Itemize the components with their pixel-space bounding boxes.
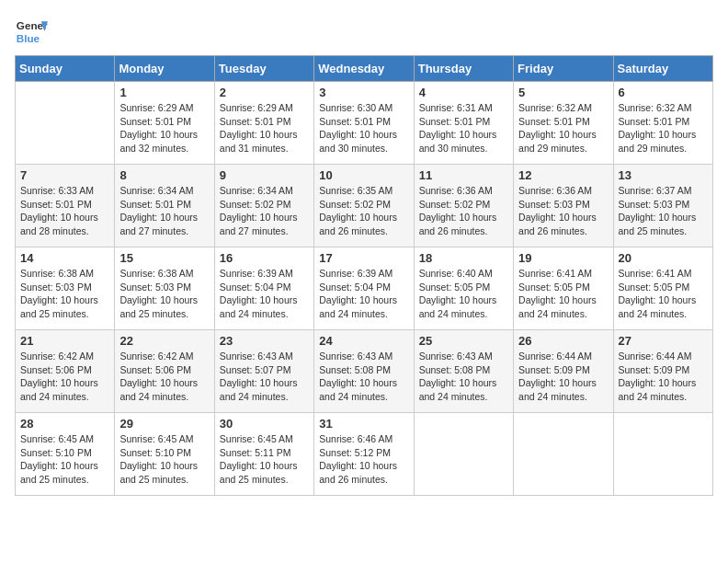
day-number: 22 bbox=[119, 334, 209, 348]
day-info: Sunrise: 6:38 AMSunset: 5:03 PMDaylight:… bbox=[20, 267, 109, 321]
day-number: 1 bbox=[119, 86, 209, 99]
day-cell bbox=[514, 413, 613, 496]
day-number: 7 bbox=[20, 168, 109, 182]
day-info: Sunrise: 6:32 AMSunset: 5:01 PMDaylight:… bbox=[619, 101, 708, 155]
day-info: Sunrise: 6:41 AMSunset: 5:05 PMDaylight:… bbox=[518, 267, 608, 321]
day-info: Sunrise: 6:38 AMSunset: 5:03 PMDaylight:… bbox=[119, 267, 209, 321]
day-cell: 3Sunrise: 6:30 AMSunset: 5:01 PMDaylight… bbox=[314, 82, 414, 165]
day-info: Sunrise: 6:37 AMSunset: 5:03 PMDaylight:… bbox=[619, 184, 708, 238]
header-cell-wednesday: Wednesday bbox=[314, 56, 414, 82]
day-number: 4 bbox=[419, 86, 508, 99]
day-cell: 23Sunrise: 6:43 AMSunset: 5:07 PMDayligh… bbox=[214, 330, 313, 413]
day-cell: 28Sunrise: 6:45 AMSunset: 5:10 PMDayligh… bbox=[16, 413, 115, 496]
day-number: 19 bbox=[518, 251, 608, 265]
day-number: 18 bbox=[419, 251, 508, 265]
day-cell: 19Sunrise: 6:41 AMSunset: 5:05 PMDayligh… bbox=[514, 247, 613, 330]
day-info: Sunrise: 6:39 AMSunset: 5:04 PMDaylight:… bbox=[319, 267, 408, 321]
day-number: 24 bbox=[319, 334, 408, 348]
day-cell bbox=[613, 413, 712, 496]
day-info: Sunrise: 6:45 AMSunset: 5:11 PMDaylight:… bbox=[220, 432, 309, 487]
day-number: 3 bbox=[319, 86, 408, 99]
day-number: 5 bbox=[518, 86, 608, 99]
day-cell: 7Sunrise: 6:33 AMSunset: 5:01 PMDaylight… bbox=[16, 165, 115, 247]
day-number: 16 bbox=[220, 251, 309, 265]
day-number: 14 bbox=[20, 251, 109, 265]
day-cell: 29Sunrise: 6:45 AMSunset: 5:10 PMDayligh… bbox=[115, 413, 214, 496]
calendar-table: SundayMondayTuesdayWednesdayThursdayFrid… bbox=[15, 55, 713, 496]
header-cell-thursday: Thursday bbox=[414, 56, 513, 82]
day-number: 25 bbox=[419, 334, 508, 348]
week-row-4: 28Sunrise: 6:45 AMSunset: 5:10 PMDayligh… bbox=[16, 413, 713, 496]
header-cell-saturday: Saturday bbox=[613, 56, 712, 82]
day-info: Sunrise: 6:33 AMSunset: 5:01 PMDaylight:… bbox=[20, 184, 109, 238]
day-info: Sunrise: 6:39 AMSunset: 5:04 PMDaylight:… bbox=[220, 267, 309, 321]
day-info: Sunrise: 6:34 AMSunset: 5:01 PMDaylight:… bbox=[119, 184, 209, 238]
day-number: 27 bbox=[619, 334, 708, 348]
header: General Blue bbox=[15, 15, 713, 48]
week-row-1: 7Sunrise: 6:33 AMSunset: 5:01 PMDaylight… bbox=[16, 165, 713, 247]
day-cell: 27Sunrise: 6:44 AMSunset: 5:09 PMDayligh… bbox=[613, 330, 712, 413]
day-cell: 18Sunrise: 6:40 AMSunset: 5:05 PMDayligh… bbox=[414, 247, 513, 330]
day-number: 6 bbox=[619, 86, 708, 99]
day-cell: 9Sunrise: 6:34 AMSunset: 5:02 PMDaylight… bbox=[214, 165, 313, 247]
day-info: Sunrise: 6:46 AMSunset: 5:12 PMDaylight:… bbox=[319, 432, 408, 487]
day-number: 23 bbox=[220, 334, 309, 348]
day-info: Sunrise: 6:44 AMSunset: 5:09 PMDaylight:… bbox=[619, 350, 708, 404]
day-number: 21 bbox=[20, 334, 109, 348]
day-info: Sunrise: 6:30 AMSunset: 5:01 PMDaylight:… bbox=[319, 101, 408, 155]
day-number: 2 bbox=[220, 86, 309, 99]
day-number: 31 bbox=[319, 417, 408, 431]
day-number: 29 bbox=[119, 417, 209, 431]
day-cell: 25Sunrise: 6:43 AMSunset: 5:08 PMDayligh… bbox=[414, 330, 513, 413]
day-number: 10 bbox=[319, 168, 408, 182]
day-cell: 11Sunrise: 6:36 AMSunset: 5:02 PMDayligh… bbox=[414, 165, 513, 247]
logo-icon: General Blue bbox=[15, 15, 48, 48]
day-cell: 2Sunrise: 6:29 AMSunset: 5:01 PMDaylight… bbox=[214, 82, 313, 165]
day-cell: 31Sunrise: 6:46 AMSunset: 5:12 PMDayligh… bbox=[314, 413, 414, 496]
day-number: 30 bbox=[220, 417, 309, 431]
day-info: Sunrise: 6:34 AMSunset: 5:02 PMDaylight:… bbox=[220, 184, 309, 238]
day-info: Sunrise: 6:42 AMSunset: 5:06 PMDaylight:… bbox=[20, 350, 109, 404]
day-cell: 12Sunrise: 6:36 AMSunset: 5:03 PMDayligh… bbox=[514, 165, 613, 247]
day-number: 20 bbox=[619, 251, 708, 265]
day-cell: 8Sunrise: 6:34 AMSunset: 5:01 PMDaylight… bbox=[115, 165, 214, 247]
day-cell: 5Sunrise: 6:32 AMSunset: 5:01 PMDaylight… bbox=[514, 82, 613, 165]
day-number: 12 bbox=[518, 168, 608, 182]
header-row: SundayMondayTuesdayWednesdayThursdayFrid… bbox=[16, 56, 713, 82]
day-cell: 26Sunrise: 6:44 AMSunset: 5:09 PMDayligh… bbox=[514, 330, 613, 413]
day-cell: 21Sunrise: 6:42 AMSunset: 5:06 PMDayligh… bbox=[16, 330, 115, 413]
week-row-3: 21Sunrise: 6:42 AMSunset: 5:06 PMDayligh… bbox=[16, 330, 713, 413]
day-cell: 22Sunrise: 6:42 AMSunset: 5:06 PMDayligh… bbox=[115, 330, 214, 413]
day-info: Sunrise: 6:45 AMSunset: 5:10 PMDaylight:… bbox=[119, 432, 209, 487]
day-cell: 14Sunrise: 6:38 AMSunset: 5:03 PMDayligh… bbox=[16, 247, 115, 330]
day-info: Sunrise: 6:42 AMSunset: 5:06 PMDaylight:… bbox=[119, 350, 209, 404]
day-number: 15 bbox=[119, 251, 209, 265]
day-info: Sunrise: 6:35 AMSunset: 5:02 PMDaylight:… bbox=[319, 184, 408, 238]
day-number: 26 bbox=[518, 334, 608, 348]
day-cell: 15Sunrise: 6:38 AMSunset: 5:03 PMDayligh… bbox=[115, 247, 214, 330]
day-info: Sunrise: 6:43 AMSunset: 5:08 PMDaylight:… bbox=[319, 350, 408, 404]
day-info: Sunrise: 6:36 AMSunset: 5:02 PMDaylight:… bbox=[419, 184, 508, 238]
day-number: 9 bbox=[220, 168, 309, 182]
day-cell: 1Sunrise: 6:29 AMSunset: 5:01 PMDaylight… bbox=[115, 82, 214, 165]
week-row-2: 14Sunrise: 6:38 AMSunset: 5:03 PMDayligh… bbox=[16, 247, 713, 330]
day-cell: 20Sunrise: 6:41 AMSunset: 5:05 PMDayligh… bbox=[613, 247, 712, 330]
week-row-0: 1Sunrise: 6:29 AMSunset: 5:01 PMDaylight… bbox=[16, 82, 713, 165]
day-cell bbox=[16, 82, 115, 165]
day-number: 8 bbox=[119, 168, 209, 182]
day-number: 17 bbox=[319, 251, 408, 265]
day-cell: 24Sunrise: 6:43 AMSunset: 5:08 PMDayligh… bbox=[314, 330, 414, 413]
header-cell-tuesday: Tuesday bbox=[214, 56, 313, 82]
header-cell-sunday: Sunday bbox=[16, 56, 115, 82]
day-info: Sunrise: 6:32 AMSunset: 5:01 PMDaylight:… bbox=[518, 101, 608, 155]
day-info: Sunrise: 6:45 AMSunset: 5:10 PMDaylight:… bbox=[20, 432, 109, 487]
logo: General Blue bbox=[15, 15, 48, 48]
header-cell-friday: Friday bbox=[514, 56, 613, 82]
day-number: 11 bbox=[419, 168, 508, 182]
day-number: 13 bbox=[619, 168, 708, 182]
day-info: Sunrise: 6:43 AMSunset: 5:08 PMDaylight:… bbox=[419, 350, 508, 404]
day-info: Sunrise: 6:36 AMSunset: 5:03 PMDaylight:… bbox=[518, 184, 608, 238]
day-cell: 13Sunrise: 6:37 AMSunset: 5:03 PMDayligh… bbox=[613, 165, 712, 247]
day-info: Sunrise: 6:41 AMSunset: 5:05 PMDaylight:… bbox=[619, 267, 708, 321]
day-info: Sunrise: 6:29 AMSunset: 5:01 PMDaylight:… bbox=[119, 101, 209, 155]
